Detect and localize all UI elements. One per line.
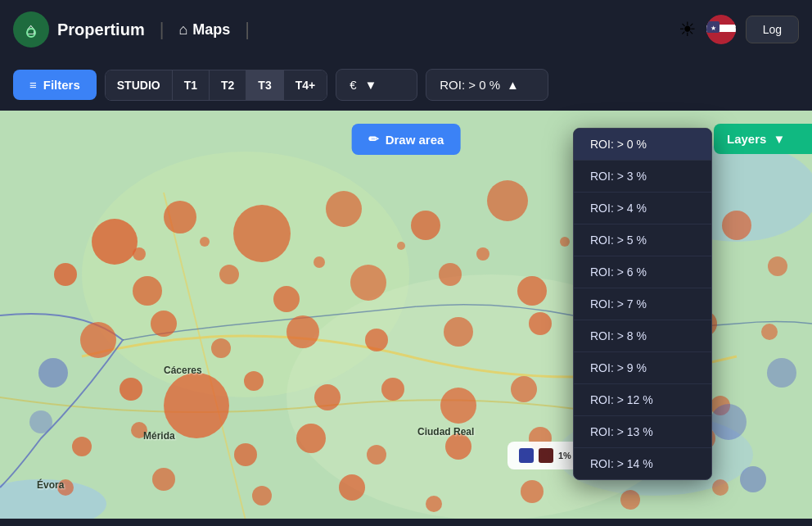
header: ⌂ Propertium | ⌂ Maps | ☀ ★ Log	[0, 0, 812, 59]
filters-icon: ≡	[29, 78, 37, 92]
svg-point-70	[521, 480, 544, 503]
header-divider2: |	[245, 19, 250, 40]
svg-point-65	[57, 479, 74, 496]
svg-point-37	[151, 311, 177, 337]
draw-area-label: Draw area	[386, 133, 444, 147]
legend-swatch-blue	[519, 448, 534, 463]
svg-point-81	[710, 404, 747, 440]
flag-icon: ★	[706, 15, 736, 44]
filters-button[interactable]: ≡ Filters	[13, 70, 97, 100]
svg-point-32	[517, 276, 547, 306]
svg-point-67	[252, 486, 272, 506]
svg-point-51	[440, 388, 476, 424]
layers-button[interactable]: Layers ▼	[714, 124, 812, 154]
svg-point-73	[133, 247, 146, 261]
svg-point-29	[273, 286, 300, 312]
svg-point-75	[314, 256, 325, 268]
header-divider: |	[160, 19, 165, 40]
filters-label: Filters	[43, 78, 80, 92]
currency-select[interactable]: € ▼	[336, 69, 417, 101]
svg-point-74	[200, 237, 210, 247]
svg-point-46	[120, 378, 142, 401]
room-t1-button[interactable]: T1	[173, 70, 210, 100]
roi-option-1[interactable]: ROI: > 3 %	[574, 161, 711, 193]
logo-icon: ⌂	[13, 11, 49, 48]
svg-point-22	[487, 180, 528, 221]
svg-point-82	[740, 466, 766, 492]
maps-icon: ⌂	[178, 21, 187, 39]
svg-point-25	[722, 211, 751, 240]
svg-point-61	[445, 433, 471, 460]
roi-dropdown-button[interactable]: ROI: > 0 % ▲	[426, 69, 548, 101]
login-button[interactable]: Log	[746, 16, 799, 43]
roi-option-0[interactable]: ROI: > 0 %	[574, 129, 711, 161]
roi-option-2[interactable]: ROI: > 4 %	[574, 193, 711, 224]
svg-point-20	[326, 191, 362, 227]
svg-point-50	[381, 378, 404, 401]
currency-arrow-icon: ▼	[365, 78, 377, 92]
svg-point-45	[761, 324, 778, 340]
theme-toggle-button[interactable]: ☀	[679, 18, 697, 41]
room-filter-group: STUDIO T1 T2 T3 T4+	[105, 70, 327, 101]
room-t3-button[interactable]: T3	[246, 70, 283, 100]
roi-option-8[interactable]: ROI: > 12 %	[574, 384, 711, 416]
svg-point-69	[426, 496, 442, 512]
roi-option-7[interactable]: ROI: > 9 %	[574, 352, 711, 384]
svg-point-59	[296, 424, 326, 453]
svg-point-84	[767, 358, 796, 388]
maps-nav[interactable]: ⌂ Maps	[178, 21, 230, 39]
svg-point-31	[439, 263, 462, 286]
svg-point-48	[244, 371, 264, 391]
roi-label: ROI: > 0 %	[440, 78, 500, 92]
svg-point-35	[768, 256, 787, 276]
draw-icon: ✏	[368, 132, 379, 147]
draw-area-button[interactable]: ✏ Draw area	[352, 124, 461, 155]
svg-text:★: ★	[710, 25, 715, 32]
svg-point-28	[219, 265, 239, 284]
svg-point-60	[367, 445, 386, 465]
svg-point-83	[29, 410, 52, 433]
svg-point-42	[529, 312, 552, 335]
roi-option-3[interactable]: ROI: > 5 %	[574, 224, 711, 256]
svg-point-78	[560, 237, 570, 247]
brand-name: Propertium	[57, 20, 145, 39]
room-t2-button[interactable]: T2	[210, 70, 246, 100]
svg-point-21	[411, 211, 440, 240]
svg-point-56	[72, 437, 92, 456]
language-button[interactable]: ★	[706, 15, 736, 44]
svg-point-41	[444, 317, 473, 347]
layers-chevron-icon: ▼	[773, 132, 785, 146]
roi-dropdown-menu: ROI: > 0 % ROI: > 3 % ROI: > 4 % ROI: > …	[573, 128, 712, 480]
svg-point-38	[211, 338, 231, 358]
svg-point-27	[133, 276, 162, 306]
svg-point-47	[164, 373, 229, 438]
roi-option-4[interactable]: ROI: > 6 %	[574, 256, 711, 288]
svg-point-19	[233, 205, 291, 262]
svg-point-49	[314, 384, 341, 410]
svg-point-18	[164, 201, 196, 234]
header-right: ☀ ★ Log	[679, 15, 799, 44]
svg-point-77	[476, 247, 489, 261]
svg-point-80	[38, 358, 68, 388]
svg-point-36	[80, 322, 116, 358]
roi-arrow-icon: ▲	[507, 78, 519, 92]
roi-option-5[interactable]: ROI: > 7 %	[574, 288, 711, 320]
roi-option-9[interactable]: ROI: > 13 %	[574, 416, 711, 448]
svg-point-39	[286, 315, 319, 348]
room-studio-button[interactable]: STUDIO	[106, 70, 173, 100]
svg-point-57	[131, 422, 147, 438]
svg-point-30	[350, 265, 386, 301]
svg-point-26	[54, 263, 77, 286]
toolbar: ≡ Filters STUDIO T1 T2 T3 T4+ € ▼ ROI: >…	[0, 59, 812, 111]
roi-option-6[interactable]: ROI: > 8 %	[574, 320, 711, 352]
svg-point-71	[620, 490, 640, 510]
currency-symbol: €	[350, 78, 356, 92]
roi-option-10[interactable]: ROI: > 14 %	[574, 448, 711, 479]
svg-point-52	[511, 376, 537, 402]
logo-area: ⌂ Propertium	[13, 11, 145, 48]
svg-point-58	[234, 443, 257, 466]
room-t4plus-button[interactable]: T4+	[284, 70, 327, 100]
svg-point-17	[92, 219, 138, 265]
svg-point-76	[397, 242, 405, 250]
svg-point-40	[365, 329, 388, 351]
